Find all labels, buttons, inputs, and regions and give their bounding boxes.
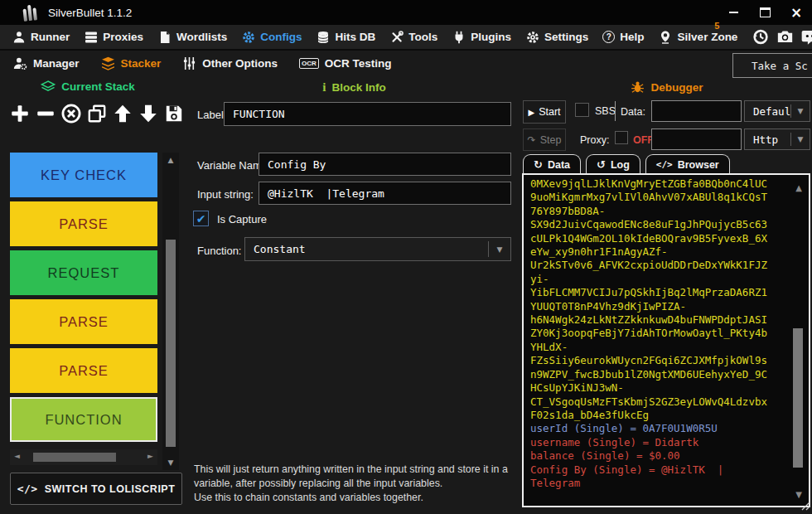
is-capture-checkbox[interactable]: ✔ <box>193 211 209 226</box>
delete-all-button[interactable] <box>60 101 83 126</box>
close-button[interactable]: × <box>781 0 812 25</box>
stack-block-parse-3[interactable]: PARSE <box>10 348 157 393</box>
menu-hits-db[interactable]: Hits DB <box>317 30 376 44</box>
log-scroll-thumb[interactable] <box>793 328 803 468</box>
tab-label: Stacker <box>121 57 162 70</box>
tab-label: Other Options <box>202 57 278 70</box>
label-field-input[interactable]: FUNCTION <box>224 102 511 126</box>
menu-settings[interactable]: Settings <box>525 30 588 44</box>
proxy-type-dropdown[interactable]: Http ▼ <box>744 128 810 150</box>
stack-vertical-scrollbar[interactable]: ▲ ▼ <box>162 153 179 470</box>
camera-icon[interactable] <box>776 28 794 46</box>
config-toolbar: Manager Stacker Other Options OCR OCR Te… <box>0 51 812 76</box>
add-block-button[interactable] <box>8 101 31 126</box>
discord-icon[interactable] <box>801 28 812 46</box>
proxy-checkbox[interactable] <box>615 131 628 144</box>
resize-grip[interactable] <box>800 501 810 511</box>
function-dropdown[interactable]: Constant ▼ <box>244 237 511 261</box>
scroll-up-icon[interactable]: ▲ <box>162 156 179 164</box>
stack-diamond-icon <box>41 80 56 93</box>
menu-proxies[interactable]: Proxies <box>84 30 143 44</box>
maximize-icon <box>760 7 771 17</box>
menu-wordlists[interactable]: Wordlists <box>157 30 227 44</box>
tab-browser[interactable]: </> Browser <box>645 154 730 174</box>
tab-log[interactable]: ↺ Log <box>586 154 640 174</box>
menu-right-icons <box>752 28 812 46</box>
window-controls: × <box>718 0 812 25</box>
proxy-input[interactable] <box>651 128 742 150</box>
stack-block-parse-2[interactable]: PARSE <box>10 299 157 344</box>
variable-configby: Config By (Single) = @HizlTK | <box>530 463 802 477</box>
menu-label: Hits DB <box>336 31 376 43</box>
wordlist-type-dropdown[interactable]: Default ▼ <box>744 100 810 122</box>
chevron-down-icon: ▼ <box>489 245 510 254</box>
vertical-scroll-thumb[interactable] <box>166 240 176 447</box>
take-screenshot-button[interactable]: Take a Sc <box>732 53 812 78</box>
current-stack-header: Current Stack <box>0 80 176 93</box>
stack-toolbar <box>8 101 186 126</box>
bug-icon <box>631 80 645 94</box>
stack-block-request[interactable]: REQUEST <box>10 250 157 295</box>
sbs-label: SBS <box>595 105 616 117</box>
menu-label: Wordlists <box>176 31 227 43</box>
tab-other-options[interactable]: Other Options <box>182 56 278 70</box>
debugger-log-area[interactable]: 0MXev9jqlLJklKnVgMryEtZGBfa0BQb0nC4lUC 9… <box>522 173 810 507</box>
scroll-left-icon[interactable]: ◄ <box>14 452 20 460</box>
map-pin-icon <box>659 30 673 44</box>
move-up-button[interactable] <box>111 101 134 126</box>
configs-gear-icon <box>241 30 255 44</box>
start-button[interactable]: ▶ Start <box>523 100 566 124</box>
sbs-checkbox[interactable] <box>575 103 589 117</box>
save-config-button[interactable] <box>162 101 186 126</box>
stack-block-list: KEY CHECK PARSE REQUEST PARSE PARSE FUNC… <box>10 153 157 446</box>
plug-icon <box>452 30 466 44</box>
database-icon <box>317 30 331 44</box>
clone-block-button[interactable] <box>85 101 109 126</box>
menu-configs[interactable]: Configs <box>241 30 302 44</box>
proxies-icon <box>84 30 98 44</box>
play-icon: ▶ <box>528 108 534 117</box>
tab-data[interactable]: ↻ Data <box>523 154 581 174</box>
history-icon: ↺ <box>597 158 606 171</box>
tab-ocr-testing[interactable]: OCR OCR Testing <box>299 57 392 70</box>
history-clock-icon[interactable] <box>752 28 769 46</box>
minimize-icon <box>729 12 738 13</box>
label-field-label: Label: <box>197 109 226 121</box>
menu-tools[interactable]: Tools <box>389 30 437 44</box>
menu-help[interactable]: ? Help <box>602 31 644 43</box>
debug-data-input[interactable] <box>651 100 742 122</box>
input-string-input[interactable]: @HizlTK |Telegram <box>259 182 511 205</box>
stack-block-function-selected[interactable]: FUNCTION <box>10 397 157 442</box>
variable-configby-wrap: Telegram <box>530 477 802 490</box>
menu-runner[interactable]: Runner <box>12 30 70 44</box>
bot-data-log: 0MXev9jqlLJklKnVgMryEtZGBfa0BQb0nC4lUC 9… <box>530 177 802 422</box>
scroll-up-icon[interactable]: ▲ <box>795 183 802 192</box>
horizontal-scroll-thumb[interactable] <box>33 453 116 462</box>
stack-horizontal-scrollbar[interactable]: ◄ ► <box>10 449 157 465</box>
variable-userid: userId (Single) = 0A7F0U1W0R5U <box>530 422 802 435</box>
minimize-button[interactable] <box>718 0 749 25</box>
stack-block-keycheck[interactable]: KEY CHECK <box>10 153 157 197</box>
switch-to-loliscript-button[interactable]: </> SWITCH TO LOLISCRIPT <box>10 473 182 505</box>
scroll-down-icon[interactable]: ▼ <box>795 490 802 499</box>
menu-plugins[interactable]: Plugins <box>452 30 511 44</box>
stack-block-parse-1[interactable]: PARSE <box>10 201 157 246</box>
runner-icon <box>12 30 26 44</box>
code-icon: </> <box>656 159 673 170</box>
window-title: SilverBullet 1.1.2 <box>48 7 132 19</box>
tab-manager[interactable]: Manager <box>13 56 80 70</box>
maximize-button[interactable] <box>749 0 781 25</box>
tab-stacker[interactable]: Stacker <box>101 56 162 70</box>
step-button[interactable]: ↷ Step <box>523 128 566 151</box>
variable-name-input[interactable]: Config By <box>259 153 511 176</box>
silverbullet-logo-icon <box>22 4 37 22</box>
menu-silver-zone[interactable]: 5 Silver Zone <box>659 30 738 44</box>
move-down-button[interactable] <box>137 101 160 126</box>
menu-label: Runner <box>31 31 70 43</box>
scroll-right-icon[interactable]: ► <box>147 452 153 460</box>
is-capture-label: Is Capture <box>217 213 267 225</box>
tools-icon <box>389 30 404 44</box>
remove-block-button[interactable] <box>34 101 57 126</box>
proxy-label: Proxy: <box>580 134 609 146</box>
scroll-down-icon[interactable]: ▼ <box>162 458 179 467</box>
